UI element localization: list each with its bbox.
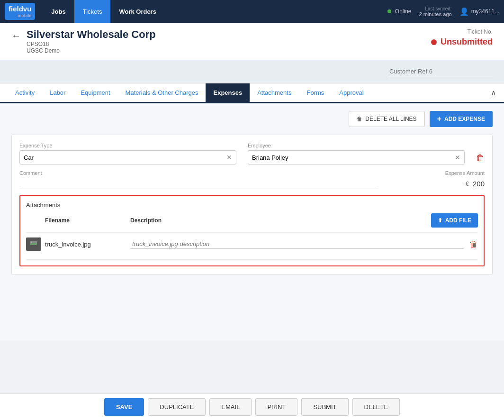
logo-text: fieldvu xyxy=(9,5,31,13)
add-file-button[interactable]: ⬆ ADD FILE xyxy=(431,213,478,228)
expense-amount-value: 200 xyxy=(473,180,485,188)
unsubmitted-dot xyxy=(431,39,437,45)
top-nav: fieldvu mobile Jobs Tickets Work Orders … xyxy=(0,0,504,23)
col-filename-header: Filename xyxy=(26,217,130,224)
delete-attachment-button[interactable]: 🗑 xyxy=(469,239,478,249)
user-info: 👤 my34611... xyxy=(459,7,499,16)
divider xyxy=(26,259,478,260)
tab-attachments[interactable]: Attachments xyxy=(250,83,299,102)
plus-icon: + xyxy=(437,115,441,123)
nav-tab-tickets[interactable]: Tickets xyxy=(74,0,111,23)
expense-form: Expense Type ✕ Employee ✕ 🗑 Comment xyxy=(11,135,493,274)
header-right: Ticket No. Unsubmitted xyxy=(431,28,493,47)
sync-time: 2 minutes ago xyxy=(419,11,452,17)
customer-ref-input[interactable] xyxy=(388,66,493,77)
tabs-bar: Activity Labor Equipment Materials & Oth… xyxy=(0,83,504,103)
attachments-box: Attachments Filename Description ⬆ ADD F… xyxy=(19,195,485,266)
expense-amount-group: Expense Amount € 200 xyxy=(390,170,485,188)
comment-amount-row: Comment Expense Amount € 200 xyxy=(19,170,485,189)
tab-labor[interactable]: Labor xyxy=(42,83,73,102)
logo-sub: mobile xyxy=(9,13,31,18)
attachment-row: truck_invoice.jpg 🗑 xyxy=(26,232,478,256)
tab-forms[interactable]: Forms xyxy=(299,83,332,102)
ticket-no-label: Ticket No. xyxy=(467,28,493,35)
attachments-title: Attachments xyxy=(26,201,478,209)
expense-type-label: Expense Type xyxy=(19,143,236,148)
expense-type-clear[interactable]: ✕ xyxy=(226,154,232,161)
attachment-description-input[interactable] xyxy=(130,239,464,249)
company-ref2: UGSC Demo xyxy=(27,47,156,54)
add-expense-button[interactable]: + ADD EXPENSE xyxy=(430,111,493,127)
nav-tab-jobs[interactable]: Jobs xyxy=(43,0,74,23)
expense-type-group: Expense Type ✕ xyxy=(19,143,236,164)
employee-input-wrap: ✕ xyxy=(248,150,465,164)
company-ref1: CPSO18 xyxy=(27,41,156,47)
online-status: Online xyxy=(387,8,412,15)
online-label: Online xyxy=(395,8,412,15)
company-info: Silverstar Wholesale Corp CPSO18 UGSC De… xyxy=(27,28,156,54)
status-text: Unsubmitted xyxy=(441,37,493,47)
nav-tabs: Jobs Tickets Work Orders xyxy=(43,0,165,23)
tab-activity[interactable]: Activity xyxy=(8,83,42,102)
sync-info: Last synced: 2 minutes ago xyxy=(419,6,452,17)
collapse-tabs-icon[interactable]: ∧ xyxy=(491,88,496,97)
employee-clear[interactable]: ✕ xyxy=(455,154,460,161)
comment-input[interactable] xyxy=(19,178,378,189)
col-description-header: Description xyxy=(130,217,431,224)
user-icon: 👤 xyxy=(459,7,469,16)
sync-label: Last synced: xyxy=(425,6,451,11)
company-title: Silverstar Wholesale Corp xyxy=(27,28,156,41)
back-button[interactable]: ← xyxy=(11,30,21,41)
comment-label: Comment xyxy=(19,170,378,176)
employee-label: Employee xyxy=(248,143,465,148)
currency-symbol: € xyxy=(466,180,469,187)
expense-type-row: Expense Type ✕ Employee ✕ 🗑 xyxy=(19,143,485,164)
action-bar: 🗑 DELETE ALL LINES + ADD EXPENSE xyxy=(11,111,493,127)
tab-materials[interactable]: Materials & Other Charges xyxy=(118,83,206,102)
upload-icon: ⬆ xyxy=(438,217,442,224)
tab-approval[interactable]: Approval xyxy=(332,83,371,102)
form-partial xyxy=(0,60,504,83)
add-expense-label: ADD EXPENSE xyxy=(444,116,485,122)
expense-type-input-wrap: ✕ xyxy=(19,150,236,164)
tab-equipment[interactable]: Equipment xyxy=(73,83,117,102)
nav-tab-workorders[interactable]: Work Orders xyxy=(110,0,165,23)
attachments-cols: Filename Description xyxy=(26,217,431,224)
delete-expense-button[interactable]: 🗑 xyxy=(476,153,485,163)
svg-point-2 xyxy=(31,242,32,243)
delete-all-label: DELETE ALL LINES xyxy=(365,116,416,122)
user-name: my34611... xyxy=(471,8,499,15)
delete-all-button[interactable]: 🗑 DELETE ALL LINES xyxy=(349,111,424,127)
attachments-header-row: Filename Description ⬆ ADD FILE xyxy=(26,213,478,228)
employee-input[interactable] xyxy=(252,154,455,161)
page-header: ← Silverstar Wholesale Corp CPSO18 UGSC … xyxy=(0,23,504,60)
header-left: ← Silverstar Wholesale Corp CPSO18 UGSC … xyxy=(11,28,156,54)
nav-right: Online Last synced: 2 minutes ago 👤 my34… xyxy=(387,6,499,17)
logo: fieldvu mobile xyxy=(5,3,35,20)
attachment-filename: truck_invoice.jpg xyxy=(45,241,130,248)
expense-amount-label: Expense Amount xyxy=(390,170,485,176)
employee-group: Employee ✕ xyxy=(248,143,465,164)
comment-group: Comment xyxy=(19,170,378,189)
status-badge: Unsubmitted xyxy=(431,37,493,47)
online-dot xyxy=(387,9,391,13)
expense-type-input[interactable] xyxy=(24,154,226,161)
tab-expenses[interactable]: Expenses xyxy=(206,83,250,102)
main-content: 🗑 DELETE ALL LINES + ADD EXPENSE Expense… xyxy=(0,103,504,340)
bottom-spacer xyxy=(0,340,504,374)
file-thumbnail-icon xyxy=(26,237,41,251)
trash-icon: 🗑 xyxy=(357,116,362,122)
add-file-label: ADD FILE xyxy=(445,217,471,224)
